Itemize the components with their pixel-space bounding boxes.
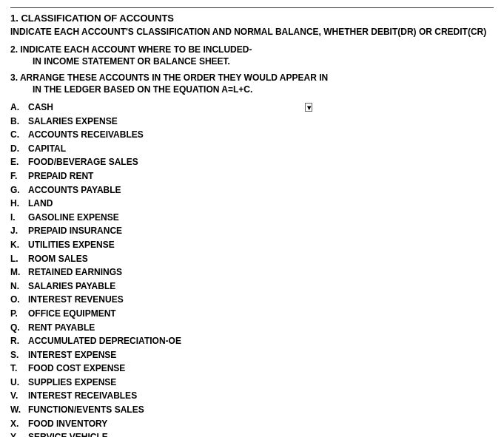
account-letter: I. <box>10 211 28 225</box>
account-name: INTEREST EXPENSE <box>28 348 116 362</box>
account-letter: L. <box>10 252 28 266</box>
list-item: F.PREPAID RENT <box>10 169 494 183</box>
account-name: ACCOUNTS PAYABLE <box>28 183 121 197</box>
list-item: T.FOOD COST EXPENSE <box>10 362 494 376</box>
list-item: L.ROOM SALES <box>10 252 494 266</box>
account-letter: Q. <box>10 321 28 335</box>
account-name: PREPAID RENT <box>28 169 93 183</box>
list-item: M.RETAINED EARNINGS <box>10 265 494 280</box>
account-name: RETAINED EARNINGS <box>28 265 122 280</box>
account-name: INTEREST RECEIVABLES <box>28 389 137 403</box>
account-letter: E. <box>10 155 28 169</box>
list-item: P.OFFICE EQUIPMENT <box>10 307 494 321</box>
list-item: Y.SERVICE VEHICLE <box>10 430 494 437</box>
account-letter: P. <box>10 307 28 321</box>
account-letter: S. <box>10 348 28 362</box>
account-name: FOOD/BEVERAGE SALES <box>28 155 138 169</box>
account-letter: B. <box>10 115 28 129</box>
accounts-list: A.CASH▾B.SALARIES EXPENSEC.ACCOUNTS RECE… <box>10 101 494 437</box>
account-name: UTILITIES EXPENSE <box>28 238 115 252</box>
list-item: S.INTEREST EXPENSE <box>10 348 494 362</box>
account-name: SALARIES PAYABLE <box>28 280 115 294</box>
account-letter: F. <box>10 169 28 183</box>
list-item: C.ACCOUNTS RECEIVABLES <box>10 128 494 142</box>
account-name: SUPPLIES EXPENSE <box>28 376 116 390</box>
list-item: B.SALARIES EXPENSE <box>10 115 494 129</box>
account-name: ROOM SALES <box>28 252 88 266</box>
account-name: ACCOUNTS RECEIVABLES <box>28 128 144 142</box>
account-letter: G. <box>10 183 28 197</box>
account-name: FOOD INVENTORY <box>28 417 107 431</box>
list-item: V.INTEREST RECEIVABLES <box>10 389 494 403</box>
account-letter: Y. <box>10 430 28 437</box>
account-letter: U. <box>10 376 28 390</box>
account-name: FUNCTION/EVENTS SALES <box>28 403 144 417</box>
list-item: D.CAPITAL <box>10 142 494 156</box>
account-letter: O. <box>10 293 28 307</box>
account-letter: C. <box>10 128 28 142</box>
dropdown-icon[interactable]: ▾ <box>305 103 312 112</box>
list-item: E.FOOD/BEVERAGE SALES <box>10 155 494 169</box>
list-item: I.GASOLINE EXPENSE <box>10 211 494 225</box>
list-item: K.UTILITIES EXPENSE <box>10 238 494 252</box>
account-name: FOOD COST EXPENSE <box>28 362 125 376</box>
list-item: A.CASH▾ <box>10 101 494 115</box>
list-item: H.LAND <box>10 197 494 211</box>
account-name: ACCUMULATED DEPRECIATION-OE <box>28 334 181 348</box>
list-item: N.SALARIES PAYABLE <box>10 280 494 294</box>
account-name: LAND <box>28 197 53 211</box>
list-item: J.PREPAID INSURANCE <box>10 224 494 238</box>
account-letter: X. <box>10 417 28 431</box>
account-name: OFFICE EQUIPMENT <box>28 307 116 321</box>
page-subtitle: INDICATE EACH ACCOUNT'S CLASSIFICATION A… <box>10 27 494 37</box>
account-name: RENT PAYABLE <box>28 321 95 335</box>
account-letter: M. <box>10 265 28 280</box>
account-letter: T. <box>10 362 28 376</box>
account-letter: H. <box>10 197 28 211</box>
list-item: X.FOOD INVENTORY <box>10 417 494 431</box>
list-item: G.ACCOUNTS PAYABLE <box>10 183 494 197</box>
account-name: SERVICE VEHICLE <box>28 430 108 437</box>
account-name: GASOLINE EXPENSE <box>28 211 119 225</box>
account-letter: K. <box>10 238 28 252</box>
account-name: SALARIES EXPENSE <box>28 115 118 129</box>
instruction3-heading: 3. ARRANGE THESE ACCOUNTS IN THE ORDER T… <box>10 72 494 83</box>
page-title: 1. CLASSIFICATION OF ACCOUNTS <box>10 13 494 24</box>
account-letter: A. <box>10 101 28 115</box>
account-letter: R. <box>10 334 28 348</box>
list-item: O.INTEREST REVENUES <box>10 293 494 307</box>
account-letter: D. <box>10 142 28 156</box>
account-name: CASH <box>28 101 53 115</box>
instruction2-sub: IN INCOME STATEMENT OR BALANCE SHEET. <box>10 56 494 67</box>
account-name: INTEREST REVENUES <box>28 293 124 307</box>
account-name: PREPAID INSURANCE <box>28 224 122 238</box>
instruction2-heading: 2. INDICATE EACH ACCOUNT WHERE TO BE INC… <box>10 44 494 55</box>
list-item: U.SUPPLIES EXPENSE <box>10 376 494 390</box>
account-letter: N. <box>10 280 28 294</box>
account-letter: J. <box>10 224 28 238</box>
account-letter: W. <box>10 403 28 417</box>
account-letter: V. <box>10 389 28 403</box>
instruction3-sub: IN THE LEDGER BASED ON THE EQUATION A=L+… <box>10 84 494 95</box>
list-item: W.FUNCTION/EVENTS SALES <box>10 403 494 417</box>
list-item: Q.RENT PAYABLE <box>10 321 494 335</box>
list-item: R.ACCUMULATED DEPRECIATION-OE <box>10 334 494 348</box>
account-name: CAPITAL <box>28 142 66 156</box>
